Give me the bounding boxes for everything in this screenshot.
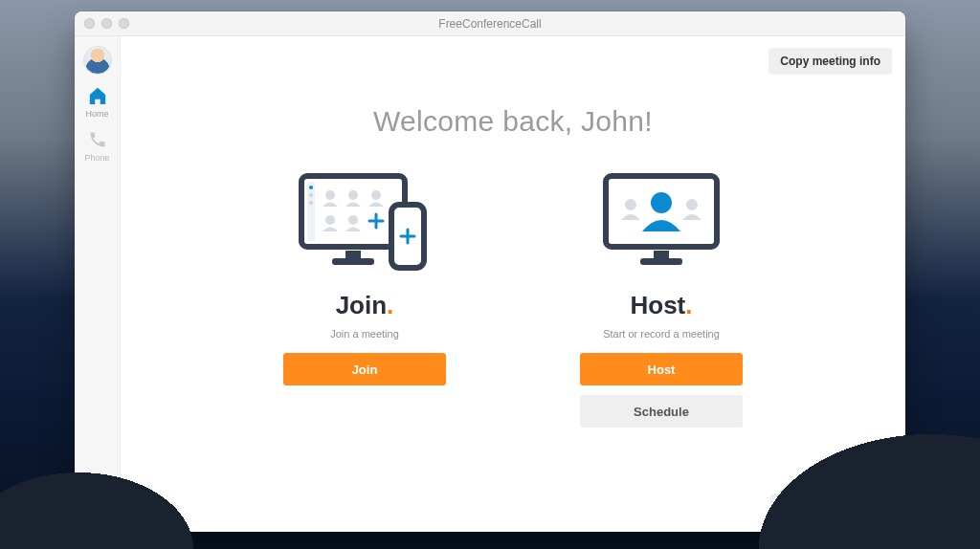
avatar[interactable] [83, 46, 112, 75]
svg-point-5 [309, 193, 313, 197]
host-button[interactable]: Host [580, 353, 743, 385]
svg-rect-2 [332, 258, 374, 265]
window-body: Home Phone Copy meeting info Check conne [75, 36, 905, 532]
traffic-minimize-icon[interactable] [101, 18, 112, 29]
cards-row: Join. Join a meeting Join [121, 166, 905, 428]
svg-rect-19 [640, 258, 682, 265]
sidebar-item-home[interactable]: Home [78, 86, 117, 119]
phone-icon [88, 130, 107, 151]
sidebar: Home Phone [75, 36, 121, 532]
sidebar-item-label: Phone [84, 153, 109, 163]
sidebar-item-phone[interactable]: Phone [78, 130, 117, 163]
traffic-lights[interactable] [75, 18, 129, 29]
svg-point-21 [625, 199, 636, 210]
window-title: FreeConferenceCall [75, 17, 905, 31]
join-subtitle: Join a meeting [330, 328, 399, 340]
svg-point-4 [309, 186, 313, 189]
card-host: Host. Start or record a meeting Host Sch… [566, 166, 757, 428]
svg-point-7 [325, 190, 335, 200]
schedule-button[interactable]: Schedule [580, 395, 743, 428]
svg-point-8 [348, 190, 358, 200]
svg-point-22 [686, 199, 698, 210]
join-button[interactable]: Join [283, 353, 446, 385]
host-title: Host. [630, 291, 692, 320]
svg-point-20 [651, 192, 672, 213]
svg-point-10 [325, 215, 335, 225]
svg-rect-1 [345, 251, 361, 258]
sidebar-item-label: Home [85, 109, 108, 119]
copy-meeting-info-button[interactable]: Copy meeting info [768, 48, 892, 75]
svg-point-11 [348, 215, 358, 225]
svg-point-9 [371, 190, 381, 200]
join-title: Join. [336, 291, 394, 320]
svg-point-6 [309, 201, 313, 205]
home-icon [87, 86, 108, 107]
settings-button[interactable] [88, 497, 107, 520]
app-window: FreeConferenceCall Home Phone [75, 11, 905, 532]
host-subtitle: Start or record a meeting [603, 328, 720, 340]
gear-icon [88, 503, 107, 519]
welcome-heading: Welcome back, John! [121, 105, 905, 138]
host-illustration-icon [585, 166, 738, 281]
join-illustration-icon [288, 166, 441, 281]
check-connection-button[interactable]: Check connection [770, 494, 892, 520]
titlebar: FreeConferenceCall [75, 11, 905, 36]
svg-rect-3 [307, 182, 315, 241]
main-content: Copy meeting info Check connection Welco… [121, 36, 905, 532]
card-join: Join. Join a meeting Join [269, 166, 460, 428]
svg-rect-18 [654, 251, 669, 258]
traffic-zoom-icon[interactable] [119, 18, 129, 29]
traffic-close-icon[interactable] [84, 18, 95, 29]
